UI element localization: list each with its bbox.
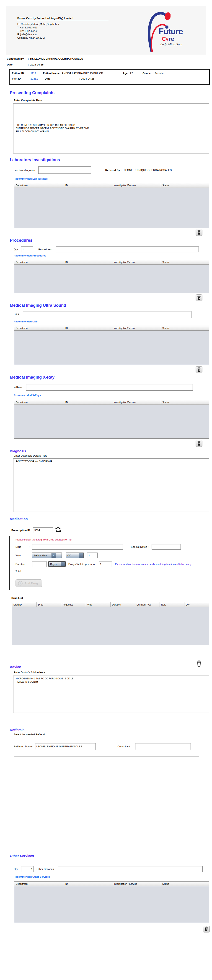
column-header: Department [14, 183, 64, 188]
trash-icon [197, 367, 201, 372]
add-drug-button[interactable]: +Add Drug [16, 579, 42, 587]
column-header: Investigation/Service [112, 183, 161, 188]
visit-id-label: Visit ID [12, 77, 30, 80]
recommended-other-services-link[interactable]: Recommended Other Services [14, 875, 50, 878]
recommended-procedures-link[interactable]: Recommended Procedures [14, 254, 46, 257]
column-header: Status [161, 260, 209, 264]
special-notes-input[interactable] [152, 544, 181, 550]
reffered-by-value: LEONEL ENRIQUE GUERRA ROSALES [124, 169, 172, 172]
column-header: ID [64, 881, 112, 886]
refresh-prescription-button[interactable] [55, 527, 61, 534]
uss-delete-button[interactable] [196, 366, 202, 373]
xray-input-label: X-Rays [14, 386, 22, 388]
diagnosis-textarea[interactable]: POLYCYST OVARIAN SYNDROME [13, 458, 209, 512]
column-header: Note [160, 602, 185, 607]
prescription-id-label: Prescription ID [11, 529, 30, 531]
column-header: Qty [185, 602, 209, 607]
procedures-delete-button[interactable] [196, 294, 202, 301]
other-services-heading: Other Services [10, 854, 212, 858]
refferal-list-box[interactable] [14, 756, 199, 844]
xray-delete-button[interactable] [196, 440, 202, 447]
lab-table: Department ID Investigation/Service Stat… [14, 183, 209, 228]
company-phone-2: T: +24 84 225 252 [17, 29, 109, 33]
consult-date-label: Date [7, 63, 28, 66]
column-header: Drug ID [12, 602, 37, 607]
complaints-textarea[interactable]: SHE COMES YESTERDAY FOR IRREGULAR BLEEDI… [13, 103, 209, 153]
procedures-input[interactable] [56, 247, 199, 252]
other-services-input[interactable] [58, 866, 202, 872]
procedures-heading: Procedures [10, 238, 212, 243]
column-header: Investigation / Service [112, 881, 161, 886]
logo-care-text: C♥re [162, 36, 183, 42]
age-value: 22 [130, 72, 133, 75]
column-header: Department [14, 881, 64, 886]
patient-id-label: Patient ID [12, 72, 30, 75]
other-services-table-body[interactable] [14, 886, 209, 923]
consulted-by-value: Dr. LEONEL ENRIQUE GUERRA ROSALES [30, 57, 83, 60]
duration-input[interactable] [32, 561, 47, 567]
meal-timing-select[interactable]: Before Meal▼ [32, 552, 62, 558]
per-meal-label: Drugs/Tablets per meal [68, 563, 95, 565]
xray-input[interactable] [26, 384, 193, 391]
per-meal-input[interactable] [99, 561, 112, 567]
procedures-qty-input[interactable] [21, 247, 33, 252]
column-header: ID [64, 400, 112, 404]
frequency-select[interactable]: OD▼ [66, 552, 84, 558]
drug-list-label: Drug List [11, 597, 212, 599]
lab-heading: Laboratory Investigations [10, 158, 212, 162]
patient-id-value: 1117 [31, 72, 36, 75]
drug-input[interactable] [32, 544, 123, 550]
refferals-heading: Refferals [10, 728, 212, 732]
future-care-logo: Future C♥re Body Mind Soul [143, 8, 205, 54]
uss-table-body[interactable] [14, 331, 209, 365]
drug-list-table: Drug ID Drug Fequency Way Duration Durat… [12, 602, 209, 645]
refferals-sublabel: Select the needed Refferal [14, 733, 212, 736]
recommended-uss-link[interactable]: Recommended USS [14, 320, 38, 323]
procedures-qty-label: Qty [14, 248, 18, 251]
procedures-table-header: Department ID Investigation/Service Stat… [14, 260, 209, 265]
uss-input[interactable] [23, 311, 191, 318]
advice-textarea[interactable]: MICROGGENON 1 TAB PO OD FOR 30 DAYS. 6 C… [13, 676, 209, 713]
xray-table-header: Department ID Investigation/Service Stat… [14, 400, 209, 405]
column-header: Way [86, 602, 111, 607]
column-header: ID [64, 183, 112, 188]
procedures-table-body[interactable] [14, 265, 209, 293]
lab-delete-button[interactable] [196, 229, 202, 236]
decimal-note: Please add as decimal numbers when addin… [115, 563, 193, 565]
consultation-info: Consulted By: Dr. LEONEL ENRIQUE GUERRA … [7, 57, 212, 66]
column-header: Investigation/Service [112, 260, 161, 264]
chevron-down-icon: ▼ [51, 553, 56, 558]
other-services-table-header: Department ID Investigation / Service St… [14, 881, 209, 886]
column-header: Department [14, 326, 64, 330]
other-qty-label: Qty [14, 868, 18, 870]
uss-heading: Medical Imaging Ultra Sound [10, 303, 212, 308]
column-header: Status [161, 183, 209, 188]
uss-input-label: USS [14, 313, 19, 316]
lab-table-header: Department ID Investigation/Service Stat… [14, 183, 209, 188]
recommended-lab-testings-link[interactable]: Recommended Lab Testings [14, 177, 48, 180]
drug-list-table-body[interactable] [12, 607, 209, 645]
xray-table: Department ID Investigation/Service Stat… [14, 400, 209, 439]
xray-table-body[interactable] [14, 405, 209, 438]
recommended-xrays-link[interactable]: Recommended X-Rays [14, 394, 41, 396]
diagnosis-heading: Diagnosis [10, 449, 212, 453]
company-number: Company No.8417652-2 [17, 36, 109, 40]
reffering-doctor-input[interactable] [35, 743, 96, 750]
lab-investigation-input[interactable] [38, 167, 91, 174]
way-qty-input[interactable] [87, 552, 98, 558]
drug-warning-text: Please select the Drug from Drug suggess… [16, 538, 206, 541]
other-services-delete-button[interactable] [203, 926, 210, 932]
advice-delete-button[interactable] [196, 660, 202, 668]
consultant-input[interactable] [135, 743, 191, 750]
consulted-by-label: Consulted By [7, 57, 28, 60]
prescription-id-input[interactable] [33, 527, 53, 533]
total-label: Total [16, 570, 29, 573]
column-header: Status [161, 326, 209, 330]
uss-table: Department ID Investigation/Service Stat… [14, 326, 209, 365]
other-qty-input[interactable] [21, 866, 34, 872]
trash-icon [196, 660, 202, 667]
trash-icon [197, 441, 201, 446]
logo-tagline: Body Mind Soul [160, 43, 183, 46]
duration-unit-select[interactable]: Day/s▼ [48, 561, 66, 567]
lab-table-body[interactable] [14, 188, 209, 228]
